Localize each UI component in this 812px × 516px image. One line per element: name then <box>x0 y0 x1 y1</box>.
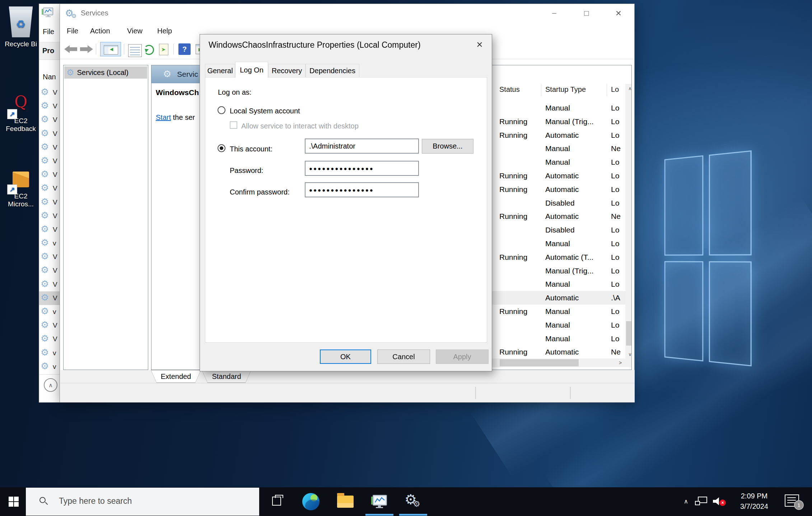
apply-button[interactable]: Apply <box>436 350 489 364</box>
toolbar-separator <box>124 44 124 55</box>
start-button[interactable] <box>0 487 26 516</box>
services-gear-icon <box>163 69 171 80</box>
background-service-row[interactable]: V <box>39 223 60 236</box>
back-icon[interactable] <box>64 45 77 53</box>
taskbar-file-explorer-button[interactable] <box>335 487 355 516</box>
menu-view[interactable]: View <box>127 23 143 39</box>
export-list-icon[interactable] <box>156 42 171 56</box>
background-service-row[interactable]: V <box>39 250 60 264</box>
browse-button[interactable]: Browse... <box>422 139 473 154</box>
column-header-startup-type[interactable]: Startup Type <box>545 85 586 94</box>
desktop-icon-ec2-microsoft[interactable]: EC2 Micros... <box>3 172 39 208</box>
background-service-row[interactable]: V <box>39 291 60 305</box>
vertical-scrollbar-thumb[interactable] <box>626 321 632 346</box>
background-window-toolbar-label[interactable]: Pro <box>42 47 54 55</box>
service-startup-type: Disabled <box>545 199 575 207</box>
column-header-logon-as[interactable]: Lo <box>611 85 619 94</box>
tab-recovery[interactable]: Recovery <box>268 64 305 78</box>
scroll-up-icon[interactable] <box>625 84 632 93</box>
network-icon[interactable] <box>695 497 708 507</box>
service-name-truncated: V <box>53 184 57 192</box>
background-service-row[interactable]: V <box>39 264 60 277</box>
background-window-name-column[interactable]: Nan <box>43 73 56 81</box>
background-window[interactable]: File Pro Nan V V V V V V <box>39 4 60 403</box>
properties-icon[interactable] <box>126 42 140 56</box>
service-name-truncated: V <box>53 322 57 329</box>
this-account-label[interactable]: This account: <box>230 145 272 153</box>
account-input[interactable] <box>305 139 419 154</box>
dialog-close-icon[interactable] <box>471 37 488 52</box>
service-status: Running <box>499 131 527 140</box>
service-gear-icon <box>41 361 49 372</box>
menu-file[interactable]: File <box>67 23 78 39</box>
volume-muted-icon[interactable] <box>713 497 724 506</box>
column-header-status[interactable]: Status <box>499 85 520 94</box>
help-icon[interactable] <box>178 42 191 56</box>
menu-help[interactable]: Help <box>157 23 172 39</box>
edge-icon <box>302 493 319 510</box>
menu-action[interactable]: Action <box>90 23 110 39</box>
tab-general[interactable]: General <box>205 64 235 78</box>
confirm-password-input[interactable] <box>305 182 419 197</box>
search-box[interactable]: Type here to search <box>26 488 259 516</box>
scroll-right-icon[interactable] <box>615 358 625 367</box>
background-service-row[interactable]: v <box>39 360 60 374</box>
background-service-row[interactable]: V <box>39 332 60 346</box>
pane-header-label: Servic <box>177 70 198 79</box>
tab-log-on[interactable]: Log On <box>235 62 268 78</box>
task-view-icon <box>272 497 281 506</box>
task-view-button[interactable] <box>266 487 286 516</box>
background-service-row[interactable]: V <box>39 141 60 154</box>
background-service-row[interactable]: V <box>39 196 60 209</box>
background-service-row[interactable]: V <box>39 99 60 113</box>
vertical-scrollbar[interactable] <box>625 84 632 358</box>
minimize-button[interactable] <box>543 4 566 23</box>
background-service-row[interactable]: V <box>39 127 60 141</box>
service-status: Running <box>499 348 527 356</box>
scroll-down-icon[interactable] <box>625 350 632 358</box>
horizontal-scrollbar[interactable] <box>489 358 625 367</box>
ok-button[interactable]: OK <box>320 350 371 364</box>
close-button[interactable] <box>607 4 630 23</box>
taskbar-performance-monitor-button[interactable] <box>369 487 389 516</box>
background-service-row[interactable]: V <box>39 154 60 168</box>
background-service-row[interactable]: v <box>39 346 60 360</box>
background-service-row[interactable]: v <box>39 305 60 319</box>
tab-extended[interactable]: Extended <box>151 370 201 383</box>
shortcut-arrow-icon <box>7 109 17 119</box>
service-logon-as: Ne <box>611 348 625 356</box>
taskbar-edge-button[interactable] <box>301 487 321 516</box>
this-account-radio[interactable] <box>218 144 225 152</box>
taskbar-services-button[interactable] <box>403 487 423 516</box>
service-gear-icon <box>41 182 49 193</box>
background-window-file-menu[interactable]: File <box>43 28 54 36</box>
service-name-truncated: V <box>53 157 57 165</box>
tree-item-services-local[interactable]: Services (Local) <box>64 66 147 79</box>
background-service-row[interactable]: v <box>39 236 60 250</box>
local-system-radio[interactable] <box>218 106 225 114</box>
background-service-row[interactable]: V <box>39 319 60 332</box>
start-service-link[interactable]: Start <box>156 113 171 121</box>
background-service-row[interactable]: V <box>39 278 60 291</box>
desktop-icon-recycle-bin[interactable]: Recycle Bi <box>4 6 38 48</box>
forward-icon[interactable] <box>80 45 93 53</box>
tab-dependencies[interactable]: Dependencies <box>305 64 359 78</box>
background-service-row[interactable]: V <box>39 168 60 182</box>
show-console-tree-icon[interactable] <box>100 42 121 56</box>
background-service-row[interactable]: V <box>39 209 60 223</box>
background-service-row[interactable]: V <box>39 113 60 127</box>
background-service-row[interactable]: V <box>39 182 60 195</box>
password-input[interactable] <box>305 161 419 176</box>
collapse-chevron-icon[interactable] <box>44 378 57 392</box>
tab-standard[interactable]: Standard <box>202 370 251 383</box>
maximize-button[interactable] <box>575 4 598 23</box>
horizontal-scrollbar-thumb[interactable] <box>500 359 579 366</box>
local-system-label[interactable]: Local System account <box>230 107 300 115</box>
taskbar-clock[interactable]: 2:09 PM 3/7/2024 <box>731 491 778 512</box>
desktop-icon-ec2-feedback[interactable]: Q EC2 Feedback <box>3 94 39 133</box>
background-service-row[interactable]: V <box>39 86 60 99</box>
cancel-button[interactable]: Cancel <box>377 350 430 364</box>
allow-interact-checkbox[interactable] <box>230 121 237 129</box>
tray-chevron-icon[interactable] <box>681 496 691 507</box>
refresh-icon[interactable] <box>141 42 155 56</box>
